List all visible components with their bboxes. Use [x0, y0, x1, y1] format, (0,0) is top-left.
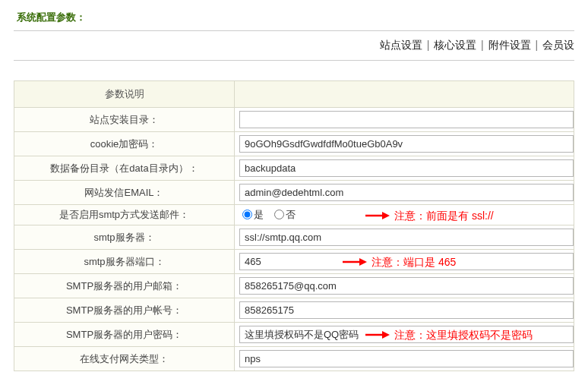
table-row: cookie加密码： — [14, 132, 574, 156]
radio-no[interactable] — [274, 210, 284, 219]
row-label: 数据备份目录（在data目录内）： — [14, 156, 235, 181]
tab-member[interactable]: 会员设 — [542, 39, 574, 51]
radio-no-label[interactable]: 否 — [271, 209, 296, 220]
table-row: smtp服务器端口：注意：端口是 465 — [14, 250, 574, 274]
col-header-value — [235, 81, 574, 108]
config-input[interactable] — [239, 111, 574, 128]
radio-yes-text: 是 — [254, 209, 264, 220]
config-input[interactable] — [239, 184, 574, 201]
row-value — [235, 181, 574, 205]
config-input[interactable] — [239, 135, 574, 153]
row-value: 是否注意：前面是有 ssl:// — [235, 205, 574, 225]
row-value — [235, 132, 574, 156]
radio-group: 是否 — [239, 209, 303, 220]
row-value: 注意：这里填授权码不是密码 — [235, 323, 574, 347]
config-input[interactable] — [239, 277, 574, 295]
annotation-text: 注意：前面是有 ssl:// — [394, 210, 494, 222]
table-row: 是否启用smtp方式发送邮件：是否注意：前面是有 ssl:// — [14, 205, 574, 225]
config-input[interactable] — [239, 159, 574, 177]
col-header-label: 参数说明 — [14, 81, 235, 108]
config-input[interactable] — [239, 350, 574, 367]
table-row: 数据备份目录（在data目录内）： — [14, 156, 574, 181]
row-value — [235, 347, 574, 371]
config-input[interactable] — [239, 326, 574, 343]
config-input[interactable] — [239, 253, 574, 270]
table-row: 在线支付网关类型： — [14, 347, 574, 371]
config-input[interactable] — [239, 301, 574, 319]
row-label: smtp服务器端口： — [14, 250, 235, 274]
row-label: SMTP服务器的用户密码： — [14, 323, 235, 347]
tabs-row: 站点设置 | 核心设置 | 附件设置 | 会员设 — [14, 30, 574, 61]
row-value — [235, 298, 574, 323]
tab-core[interactable]: 核心设置 — [434, 39, 476, 51]
tab-separator: | — [481, 39, 484, 51]
table-row: SMTP服务器的用户密码：注意：这里填授权码不是密码 — [14, 323, 574, 347]
row-value: 注意：端口是 465 — [235, 250, 574, 274]
row-label: SMTP服务器的用户帐号： — [14, 298, 235, 323]
section-title: 系统配置参数： — [14, 0, 574, 30]
row-value — [235, 108, 574, 132]
table-row: 网站发信EMAIL： — [14, 181, 574, 205]
row-value — [235, 156, 574, 181]
row-value — [235, 274, 574, 298]
tab-site[interactable]: 站点设置 — [380, 39, 422, 51]
tab-separator: | — [535, 39, 538, 51]
row-value — [235, 225, 574, 250]
row-label: smtp服务器： — [14, 225, 235, 250]
row-label: 是否启用smtp方式发送邮件： — [14, 205, 235, 225]
table-row: SMTP服务器的用户帐号： — [14, 298, 574, 323]
row-label: 在线支付网关类型： — [14, 347, 235, 371]
radio-yes-label[interactable]: 是 — [239, 209, 264, 220]
table-row: smtp服务器： — [14, 225, 574, 250]
svg-marker-1 — [382, 212, 390, 219]
row-label: SMTP服务器的用户邮箱： — [14, 274, 235, 298]
config-input[interactable] — [239, 229, 574, 246]
table-row: SMTP服务器的用户邮箱： — [14, 274, 574, 298]
tab-attach[interactable]: 附件设置 — [488, 39, 531, 51]
table-row: 站点安装目录： — [14, 108, 574, 132]
radio-no-text: 否 — [286, 209, 296, 220]
tab-separator: | — [427, 39, 430, 51]
row-label: 站点安装目录： — [14, 108, 235, 132]
annotation: 注意：前面是有 ssl:// — [364, 210, 494, 223]
config-table: 参数说明 站点安装目录：cookie加密码：数据备份目录（在data目录内）：网… — [14, 80, 574, 371]
row-label: 网站发信EMAIL： — [14, 181, 235, 205]
row-label: cookie加密码： — [14, 132, 235, 156]
arrow-icon — [364, 210, 390, 221]
radio-yes[interactable] — [242, 210, 252, 219]
